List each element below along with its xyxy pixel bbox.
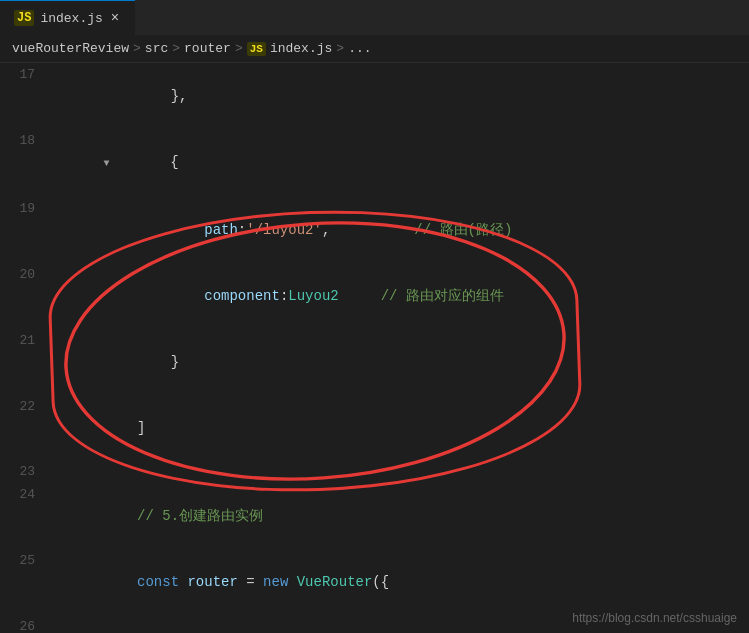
code-line-21: 21 } <box>0 329 749 395</box>
line-content: }, <box>45 63 749 129</box>
line-number: 23 <box>0 461 45 483</box>
breadcrumb: vueRouterReview > src > router > JS inde… <box>0 35 749 63</box>
tab-bar: JS index.js × <box>0 0 749 35</box>
line-content: ] <box>45 395 749 461</box>
line-content: ▼ { <box>45 129 749 197</box>
line-content: // 5.创建路由实例 <box>45 483 749 549</box>
breadcrumb-sep-2: > <box>172 41 180 56</box>
line-number: 22 <box>0 396 45 418</box>
breadcrumb-sep-4: > <box>336 41 344 56</box>
code-line-23: 23 <box>0 461 749 483</box>
line-number: 25 <box>0 550 45 572</box>
breadcrumb-sep-3: > <box>235 41 243 56</box>
code-area: 17 }, 18 ▼ { 19 path:'/luyou2', // 路由(路径… <box>0 63 749 633</box>
line-number: 26 <box>0 616 45 633</box>
line-number: 24 <box>0 484 45 506</box>
code-line-20: 20 component:Luyou2 // 路由对应的组件 <box>0 263 749 329</box>
line-number: 21 <box>0 330 45 352</box>
tab-item[interactable]: JS index.js × <box>0 0 135 35</box>
tab-label: index.js <box>40 11 102 26</box>
code-line-22: 22 ] <box>0 395 749 461</box>
line-content: path:'/luyou2', // 路由(路径) <box>45 197 749 263</box>
line-content: } <box>45 329 749 395</box>
tab-close-button[interactable]: × <box>109 10 121 26</box>
code-line-19: 19 path:'/luyou2', // 路由(路径) <box>0 197 749 263</box>
code-line-17: 17 }, <box>0 63 749 129</box>
breadcrumb-sep-1: > <box>133 41 141 56</box>
line-number: 19 <box>0 198 45 220</box>
code-line-25: 25 const router = new VueRouter({ <box>0 549 749 615</box>
watermark: https://blog.csdn.net/csshuaige <box>572 611 737 625</box>
line-content: component:Luyou2 // 路由对应的组件 <box>45 263 749 329</box>
breadcrumb-part-2: src <box>145 41 168 56</box>
code-line-24: 24 // 5.创建路由实例 <box>0 483 749 549</box>
breadcrumb-part-4: index.js <box>270 41 332 56</box>
line-content: const router = new VueRouter({ <box>45 549 749 615</box>
collapse-arrow[interactable]: ▼ <box>103 158 109 169</box>
breadcrumb-js-icon: JS <box>247 42 266 56</box>
line-number: 20 <box>0 264 45 286</box>
line-number: 18 <box>0 130 45 152</box>
breadcrumb-part-1: vueRouterReview <box>12 41 129 56</box>
breadcrumb-part-3: router <box>184 41 231 56</box>
js-icon: JS <box>14 10 34 26</box>
line-number: 17 <box>0 64 45 86</box>
breadcrumb-part-5: ... <box>348 41 371 56</box>
code-line-18: 18 ▼ { <box>0 129 749 197</box>
